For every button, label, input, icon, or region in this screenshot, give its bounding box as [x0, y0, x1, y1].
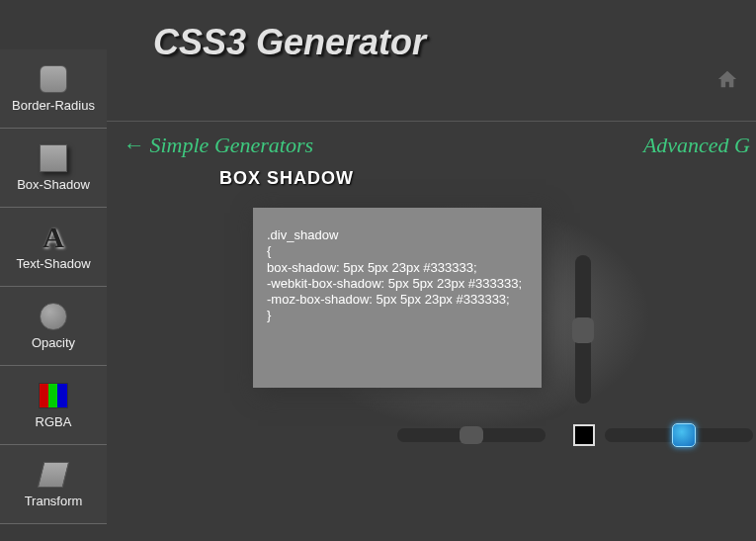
- slider-thumb[interactable]: [460, 426, 483, 444]
- color-swatch[interactable]: [573, 424, 595, 446]
- rgba-icon: [39, 381, 68, 410]
- border-radius-icon: [39, 64, 68, 94]
- slider-thumb[interactable]: [672, 423, 696, 447]
- section-title: BOX SHADOW: [219, 168, 354, 189]
- nav-simple-generators[interactable]: ← Simple Generators: [123, 133, 313, 158]
- home-icon[interactable]: [716, 69, 738, 93]
- sidebar-item-text-shadow[interactable]: A Text-Shadow: [0, 208, 107, 287]
- color-slider[interactable]: [605, 428, 753, 442]
- code-line: {: [267, 243, 528, 259]
- sidebar-item-label: Text-Shadow: [16, 256, 90, 271]
- sidebar-item-rgba[interactable]: RGBA: [0, 366, 107, 445]
- transform-icon: [39, 460, 68, 490]
- sidebar-item-label: RGBA: [36, 414, 72, 429]
- box-shadow-icon: [39, 143, 68, 173]
- code-output: .div_shadow { box-shadow: 5px 5px 23px #…: [253, 208, 542, 388]
- code-line: }: [267, 308, 528, 323]
- vertical-offset-slider[interactable]: [575, 255, 591, 404]
- sidebar-item-label: Box-Shadow: [17, 177, 90, 192]
- code-line: box-shadow: 5px 5px 23px #333333;: [267, 260, 528, 276]
- text-shadow-icon: A: [39, 223, 68, 252]
- opacity-icon: [39, 302, 68, 331]
- divider: [107, 121, 756, 122]
- slider-thumb[interactable]: [572, 317, 594, 343]
- sidebar-item-label: Opacity: [32, 335, 75, 350]
- sidebar-item-opacity[interactable]: Opacity: [0, 287, 107, 366]
- horizontal-offset-slider[interactable]: [397, 428, 546, 442]
- code-line: -webkit-box-shadow: 5px 5px 23px #333333…: [267, 276, 528, 292]
- sidebar: Border-Radius Box-Shadow A Text-Shadow O…: [0, 49, 107, 524]
- sidebar-item-label: Transform: [25, 494, 83, 508]
- sidebar-item-transform[interactable]: Transform: [0, 445, 107, 524]
- sidebar-item-label: Border-Radius: [12, 98, 95, 113]
- sidebar-item-border-radius[interactable]: Border-Radius: [0, 49, 107, 129]
- sidebar-item-box-shadow[interactable]: Box-Shadow: [0, 129, 107, 208]
- code-line: .div_shadow: [267, 227, 528, 243]
- page-title: CSS3 Generator: [153, 22, 426, 63]
- nav-advanced-generators[interactable]: Advanced G: [643, 133, 750, 158]
- code-line: -moz-box-shadow: 5px 5px 23px #333333;: [267, 292, 528, 308]
